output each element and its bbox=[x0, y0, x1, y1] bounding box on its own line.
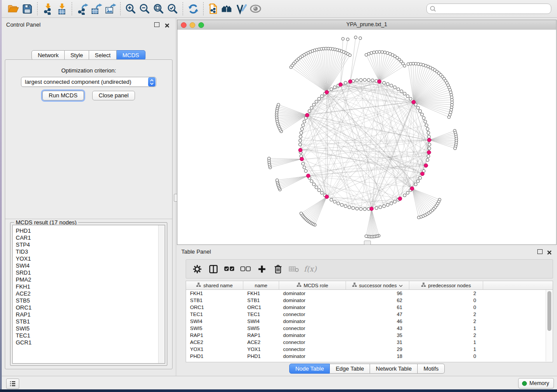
tab-motifs[interactable]: Motifs bbox=[418, 364, 445, 374]
select-all-columns-icon[interactable] bbox=[224, 264, 235, 274]
table-row[interactable]: PHD1PHD1dominator180 bbox=[186, 353, 546, 360]
column-header-successor-nodes[interactable]: successor nodes bbox=[346, 281, 409, 289]
task-history-button[interactable] bbox=[6, 378, 19, 389]
table-cell: connector bbox=[279, 311, 346, 318]
vizmapper-icon[interactable] bbox=[235, 2, 249, 16]
show-column-panel-icon[interactable] bbox=[208, 264, 218, 274]
table-cell: 18 bbox=[346, 353, 409, 360]
tab-style[interactable]: Style bbox=[65, 50, 89, 60]
mcds-result-item[interactable]: PMA2 bbox=[16, 276, 159, 283]
float-panel-icon[interactable] bbox=[154, 22, 159, 27]
table-scrollbar-thumb[interactable] bbox=[547, 291, 551, 331]
search-field[interactable] bbox=[426, 3, 551, 14]
hide-panel-eye-icon[interactable] bbox=[249, 2, 263, 16]
close-panel-icon[interactable] bbox=[165, 22, 170, 30]
mcds-result-item[interactable]: YOX1 bbox=[16, 255, 159, 262]
zoom-out-icon[interactable] bbox=[138, 2, 152, 16]
table-settings-gear-icon[interactable] bbox=[192, 264, 202, 274]
close-panel-icon[interactable] bbox=[547, 249, 552, 257]
mcds-result-item[interactable]: SWI4 bbox=[16, 262, 159, 269]
mcds-result-listbox: PHD1CAR1STP4TID3YOX1SWI4SRD1PMA2FKH1ACE2… bbox=[12, 225, 165, 364]
table-row[interactable]: RAP1RAP1dominator352 bbox=[186, 332, 546, 339]
network-view-window: YPA_prune.txt_1 bbox=[177, 20, 557, 245]
network-canvas[interactable] bbox=[177, 30, 556, 244]
create-column-plus-icon[interactable] bbox=[256, 264, 267, 274]
control-panel-tabs: NetworkStyleSelectMCDS bbox=[2, 50, 175, 60]
memory-button[interactable]: Memory bbox=[518, 378, 554, 389]
refresh-icon[interactable] bbox=[186, 2, 200, 16]
mcds-result-item[interactable]: STB1 bbox=[16, 318, 159, 325]
mcds-result-item[interactable]: STB5 bbox=[16, 297, 159, 304]
share-document-icon[interactable] bbox=[207, 2, 221, 16]
column-header-predecessor-nodes[interactable]: predecessor nodes bbox=[409, 281, 483, 289]
column-header-MCDS-role[interactable]: MCDS role bbox=[279, 281, 346, 289]
tab-network-table[interactable]: Network Table bbox=[370, 364, 418, 374]
table-row[interactable]: SWI4SWI4dominator462 bbox=[186, 318, 546, 325]
table-cell: 0 bbox=[409, 353, 483, 360]
mcds-result-item[interactable]: ACE2 bbox=[16, 290, 159, 297]
table-panel-title: Table Panel bbox=[181, 248, 211, 255]
column-header-shared-name[interactable]: shared name bbox=[186, 281, 243, 289]
search-input[interactable] bbox=[437, 4, 551, 13]
table-row[interactable]: TEC1TEC1connector472 bbox=[186, 311, 546, 318]
table-cell: connector bbox=[279, 339, 346, 346]
zoom-selected-icon[interactable] bbox=[166, 2, 180, 16]
zoom-fit-icon[interactable] bbox=[152, 2, 166, 16]
mcds-result-item[interactable]: CAR1 bbox=[16, 234, 159, 241]
table-cell: SWI4 bbox=[243, 318, 279, 325]
table-body: FKH1FKH1dominator962STB1STB1dominator620… bbox=[186, 290, 546, 362]
control-panel: Control Panel NetworkStyleSelectMCDS Opt… bbox=[2, 18, 175, 376]
mcds-tab-content: Optimization criterion: largest connecte… bbox=[5, 59, 173, 369]
tab-mcds[interactable]: MCDS bbox=[117, 50, 145, 60]
table-cell: 2 bbox=[409, 311, 483, 318]
export-image-icon[interactable] bbox=[103, 2, 117, 16]
tab-edge-table[interactable]: Edge Table bbox=[330, 364, 370, 374]
optimization-criterion-label: Optimization criterion: bbox=[5, 67, 172, 74]
table-row[interactable]: FKH1FKH1dominator962 bbox=[186, 290, 546, 297]
toolbar-separator bbox=[120, 2, 121, 15]
criterion-dropdown[interactable]: largest connected component (undirected) bbox=[21, 77, 156, 87]
export-table-icon[interactable] bbox=[89, 2, 103, 16]
table-row[interactable]: ACE2ACE2connector311 bbox=[186, 339, 546, 346]
horizontal-splitter-grip[interactable] bbox=[364, 241, 371, 245]
table-scrollbar[interactable] bbox=[546, 290, 553, 361]
table-row[interactable]: YOX1YOX1connector291 bbox=[186, 346, 546, 353]
deselect-all-columns-icon[interactable] bbox=[240, 264, 251, 274]
column-header-name[interactable]: name bbox=[243, 281, 279, 289]
mcds-result-item[interactable]: SRD1 bbox=[16, 269, 159, 276]
tab-select[interactable]: Select bbox=[89, 50, 117, 60]
table-row[interactable]: ORC1ORC1dominator610 bbox=[186, 304, 546, 311]
run-mcds-button[interactable]: Run MCDS bbox=[42, 91, 84, 100]
save-session-icon[interactable] bbox=[20, 2, 34, 16]
list-icon bbox=[9, 381, 16, 387]
mcds-result-item[interactable]: GCR1 bbox=[16, 339, 159, 346]
mcds-result-item[interactable]: PHD1 bbox=[16, 227, 159, 234]
column-label: successor nodes bbox=[359, 283, 397, 288]
search-network-icon[interactable] bbox=[221, 2, 235, 16]
mcds-result-scrollbar[interactable] bbox=[158, 225, 165, 363]
table-cell: 2 bbox=[409, 318, 483, 325]
mcds-result-item[interactable]: TID3 bbox=[16, 248, 159, 255]
zoom-in-icon[interactable] bbox=[124, 2, 138, 16]
export-network-icon[interactable] bbox=[75, 2, 89, 16]
delete-column-trash-icon[interactable] bbox=[273, 264, 283, 274]
memory-status-dot bbox=[522, 381, 527, 386]
mcds-result-item[interactable]: TEC1 bbox=[16, 332, 159, 339]
table-cell: 2 bbox=[409, 290, 483, 297]
tab-network[interactable]: Network bbox=[31, 50, 65, 60]
mcds-result-item[interactable]: STP4 bbox=[16, 241, 159, 248]
mcds-result-item[interactable]: RAP1 bbox=[16, 311, 159, 318]
open-file-icon[interactable] bbox=[6, 2, 20, 16]
close-panel-button[interactable]: Close panel bbox=[92, 91, 135, 100]
mcds-result-item[interactable]: FKH1 bbox=[16, 283, 159, 290]
table-cell: dominator bbox=[279, 332, 346, 339]
mcds-result-item[interactable]: SWI5 bbox=[16, 325, 159, 332]
import-network-icon[interactable] bbox=[41, 2, 55, 16]
table-row[interactable]: STB1STB1dominator620 bbox=[186, 297, 546, 304]
table-row[interactable]: SWI5SWI5connector431 bbox=[186, 325, 546, 332]
tab-node-table[interactable]: Node Table bbox=[289, 364, 330, 374]
import-table-icon[interactable] bbox=[55, 2, 69, 16]
float-panel-icon[interactable] bbox=[537, 249, 543, 254]
network-window-titlebar[interactable]: YPA_prune.txt_1 bbox=[177, 20, 556, 30]
mcds-result-item[interactable]: ORC1 bbox=[16, 304, 159, 311]
